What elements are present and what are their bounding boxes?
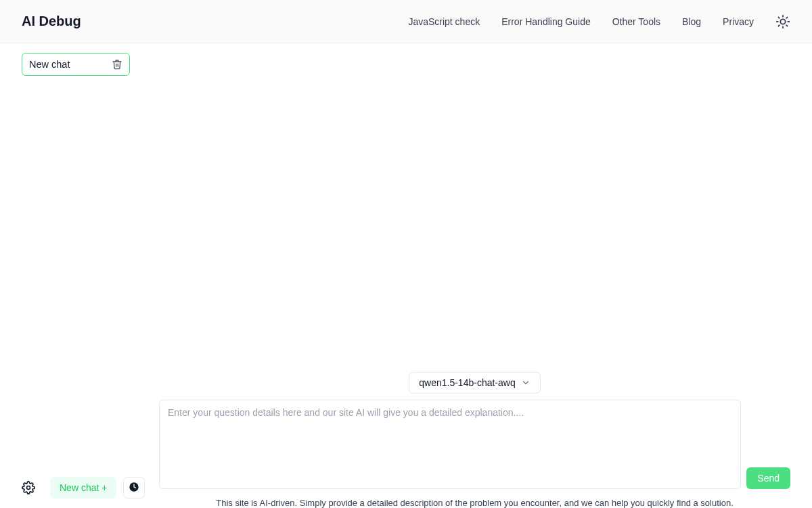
- sidebar: New chat New chat: [0, 43, 159, 508]
- nav-error-guide[interactable]: Error Handling Guide: [501, 16, 591, 27]
- model-selector-label: qwen1.5-14b-chat-awq: [419, 377, 515, 388]
- svg-line-4: [786, 25, 787, 26]
- new-chat-button[interactable]: New chat +: [50, 477, 116, 499]
- nav: JavaScript check Error Handling Guide Ot…: [408, 14, 790, 29]
- sun-icon[interactable]: [775, 14, 790, 29]
- send-button[interactable]: Send: [746, 467, 790, 489]
- layout: New chat New chat: [0, 43, 812, 508]
- model-selector[interactable]: qwen1.5-14b-chat-awq: [409, 372, 540, 394]
- chevron-down-icon: [521, 378, 531, 387]
- nav-javascript-check[interactable]: JavaScript check: [408, 16, 480, 27]
- chat-item-label: New chat: [29, 59, 70, 70]
- svg-line-7: [779, 25, 780, 26]
- chat-area: [159, 43, 790, 372]
- chat-item[interactable]: New chat: [22, 53, 130, 76]
- history-button[interactable]: [123, 477, 145, 499]
- logo[interactable]: AI Debug: [22, 14, 81, 29]
- nav-blog[interactable]: Blog: [682, 16, 701, 27]
- svg-line-3: [779, 17, 780, 18]
- disclaimer-text: This site is AI-driven. Simply provide a…: [159, 498, 790, 508]
- input-row: Send: [159, 400, 790, 489]
- question-input[interactable]: [159, 400, 741, 489]
- trash-icon[interactable]: [112, 59, 122, 70]
- nav-other-tools[interactable]: Other Tools: [612, 16, 660, 27]
- svg-line-8: [786, 17, 787, 18]
- svg-point-0: [780, 19, 785, 24]
- gear-icon[interactable]: [22, 481, 35, 494]
- svg-point-9: [27, 486, 30, 490]
- sidebar-footer: New chat +: [22, 477, 148, 499]
- nav-privacy[interactable]: Privacy: [723, 16, 754, 27]
- clock-icon: [129, 482, 139, 494]
- main: qwen1.5-14b-chat-awq Send This site is A…: [159, 43, 812, 508]
- chat-list: New chat: [22, 53, 148, 76]
- input-zone: qwen1.5-14b-chat-awq Send This site is A…: [159, 372, 790, 508]
- header: AI Debug JavaScript check Error Handling…: [0, 0, 812, 43]
